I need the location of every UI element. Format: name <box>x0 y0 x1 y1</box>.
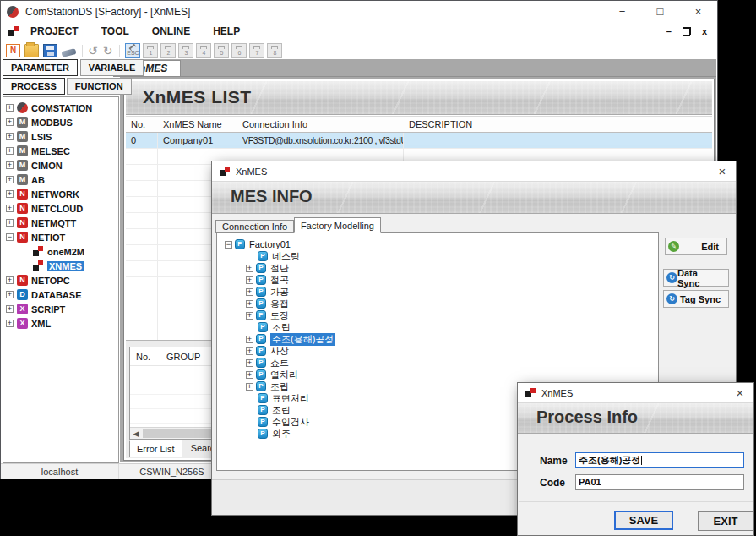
expand-toggle-icon[interactable]: + <box>246 265 253 272</box>
process-tree-item[interactable]: +P사상 <box>225 345 658 357</box>
tab-variable[interactable]: VARIABLE <box>80 59 144 76</box>
tree-item-melsec[interactable]: +MMELSEC <box>3 144 118 158</box>
expand-toggle-icon[interactable]: + <box>6 147 14 155</box>
close-icon[interactable]: × <box>726 383 753 403</box>
expand-toggle-icon[interactable]: + <box>6 205 14 212</box>
expand-toggle-icon[interactable]: − <box>225 241 232 249</box>
close-button[interactable]: × <box>679 1 717 22</box>
col-no[interactable]: No. <box>126 119 158 129</box>
toolbar-button-esc[interactable]: ESC <box>125 43 140 58</box>
expand-toggle-icon[interactable]: + <box>246 347 253 355</box>
process-tree-item[interactable]: +P쇼트 <box>225 357 658 369</box>
toolbar-button-2[interactable]: 2 <box>160 43 176 58</box>
tab-function[interactable]: FUNCTION <box>67 78 132 95</box>
tree-item-netcloud[interactable]: +NNETCLOUD <box>3 201 118 216</box>
tree-item-xml[interactable]: +XXML <box>3 316 118 331</box>
process-tree-item[interactable]: P조립 <box>225 321 658 333</box>
tree-item-comstation[interactable]: +COMSTATION <box>3 101 118 115</box>
code-field[interactable]: PA01 <box>575 474 744 490</box>
menu-tool[interactable]: TOOL <box>101 25 129 37</box>
expand-toggle-icon[interactable]: + <box>246 276 253 284</box>
exit-button[interactable]: EXIT <box>698 511 753 531</box>
new-icon[interactable]: N <box>6 44 20 57</box>
tree-item-onem2m[interactable]: oneM2M <box>3 244 118 259</box>
process-tree-item[interactable]: P네스팅 <box>225 250 658 262</box>
toolbar-button-3[interactable]: 3 <box>178 43 193 58</box>
expand-toggle-icon[interactable]: + <box>246 300 253 308</box>
tree-item-ab[interactable]: +MAB <box>3 172 118 187</box>
minimize-button[interactable]: − <box>603 1 641 22</box>
expand-toggle-icon[interactable]: + <box>6 291 14 298</box>
process-tree-item[interactable]: +P절단 <box>225 262 658 274</box>
process-tree-item[interactable]: +P절곡 <box>225 274 658 286</box>
tab-parameter[interactable]: PARAMETER <box>3 59 78 76</box>
col-no[interactable]: No. <box>130 347 160 365</box>
close-icon[interactable]: × <box>709 161 736 182</box>
open-folder-icon[interactable] <box>24 44 39 57</box>
tag-sync-button[interactable]: ↻ Tag Sync <box>663 290 729 308</box>
expand-toggle-icon[interactable]: + <box>246 383 253 391</box>
toolbar-button-4[interactable]: 4 <box>196 43 211 58</box>
expand-toggle-icon[interactable]: + <box>6 219 14 227</box>
tab-factory-modelling[interactable]: Factory Modelling <box>294 217 381 233</box>
mdi-close-icon[interactable]: x <box>702 24 707 39</box>
expand-toggle-icon[interactable]: + <box>246 359 253 367</box>
expand-toggle-icon[interactable]: + <box>6 276 14 284</box>
tree-item-cimon[interactable]: +MCIMON <box>3 158 118 172</box>
tree-item-lsis[interactable]: +MLSIS <box>3 129 118 144</box>
maximize-button[interactable]: □ <box>641 1 679 22</box>
expand-toggle-icon[interactable]: + <box>246 288 253 296</box>
scroll-left-icon[interactable]: ◀ <box>130 429 142 438</box>
expand-toggle-icon[interactable]: + <box>246 312 253 320</box>
toolbar-button-7[interactable]: 7 <box>249 43 264 58</box>
save-icon[interactable] <box>43 44 57 57</box>
expand-toggle-icon[interactable]: + <box>6 176 14 183</box>
expand-toggle-icon[interactable]: + <box>6 320 14 327</box>
col-connection[interactable]: Connection Info <box>237 119 404 129</box>
tree-item-network[interactable]: +NNETWORK <box>3 187 118 201</box>
save-button[interactable]: SAVE <box>614 511 673 530</box>
connect-icon[interactable] <box>61 48 76 57</box>
undo-icon[interactable]: ↺ <box>88 44 98 57</box>
expand-toggle-icon[interactable]: − <box>6 233 14 241</box>
toolbar-button-5[interactable]: 5 <box>214 43 229 58</box>
expand-toggle-icon[interactable]: + <box>6 305 14 313</box>
expand-toggle-icon[interactable]: + <box>6 118 14 126</box>
tab-error-list[interactable]: Error List <box>129 440 182 457</box>
tree-item-xnmes[interactable]: XNMES <box>3 259 118 273</box>
expand-toggle-icon[interactable]: + <box>246 336 253 343</box>
mdi-minimize-icon[interactable]: – <box>666 24 672 39</box>
name-field[interactable]: 주조(용해)공정 <box>575 452 744 468</box>
tree-item-script[interactable]: +XSCRIPT <box>3 302 118 316</box>
process-tree-item[interactable]: +P주조(용해)공정 <box>225 333 658 345</box>
expand-toggle-icon[interactable]: + <box>6 161 14 169</box>
redo-icon[interactable]: ↻ <box>103 44 113 57</box>
tree-item-netmqtt[interactable]: +NNETMQTT <box>3 216 118 230</box>
tree-item-modbus[interactable]: +MMODBUS <box>3 115 118 129</box>
toolbar-button-8[interactable]: 8 <box>267 43 282 58</box>
process-tree-item[interactable]: +P도장 <box>225 309 658 321</box>
factory-root-item[interactable]: −PFactory01 <box>225 238 658 250</box>
tab-process[interactable]: PROCESS <box>3 78 65 95</box>
menu-project[interactable]: PROJECT <box>30 25 79 37</box>
process-tree-item[interactable]: +P열처리 <box>225 369 658 380</box>
data-sync-button[interactable]: ↻ Data Sync <box>663 269 729 287</box>
tree-item-netopc[interactable]: +NNETOPC <box>3 273 118 287</box>
mdi-restore-icon[interactable] <box>683 27 691 36</box>
list-row-selected[interactable]: 0 Company01 VF3STD@db.xnsolution.co.kr:2… <box>126 133 712 149</box>
toolbar-button-1[interactable]: 1 <box>143 43 158 58</box>
toolbar-button-6[interactable]: 6 <box>231 43 247 58</box>
tree-item-netiot[interactable]: −NNETIOT <box>3 230 118 244</box>
process-tree-item[interactable]: +P용접 <box>225 298 658 309</box>
tree-item-database[interactable]: +DDATABASE <box>3 287 118 302</box>
process-tree-item[interactable]: +P가공 <box>225 286 658 298</box>
expand-toggle-icon[interactable]: + <box>6 104 14 112</box>
expand-toggle-icon[interactable]: + <box>6 133 14 140</box>
menu-help[interactable]: HELP <box>213 25 240 37</box>
col-description[interactable]: DESCRIPTION <box>404 119 712 129</box>
menu-online[interactable]: ONLINE <box>152 25 190 37</box>
expand-toggle-icon[interactable]: + <box>6 190 14 198</box>
edit-button[interactable]: ✎ Edit <box>665 238 727 255</box>
tab-connection-info[interactable]: Connection Info <box>215 220 294 233</box>
col-name[interactable]: XnMES Name <box>158 119 237 129</box>
